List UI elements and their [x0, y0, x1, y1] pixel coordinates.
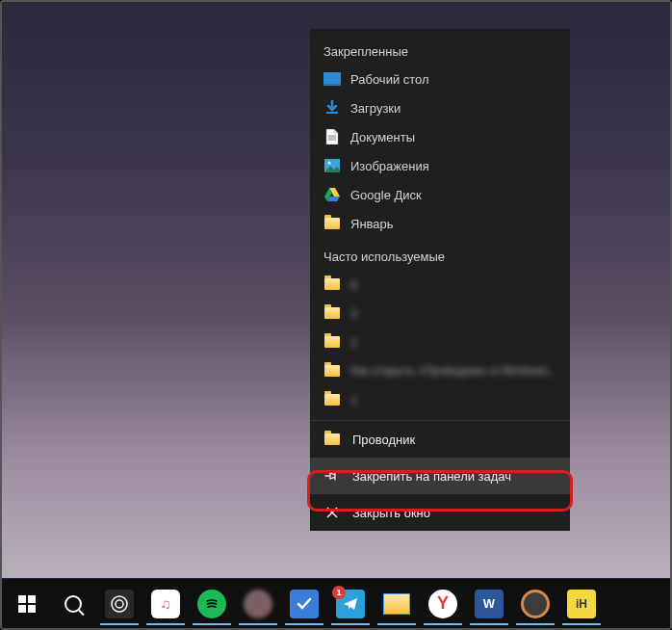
jumplist-item-label: Google Диск — [350, 188, 422, 202]
jumplist-item-label: Как открыть «Проводник» в Windows.. — [350, 364, 555, 378]
jumplist-action-label: Проводник — [352, 433, 415, 447]
jumplist-actions: Проводник Закрепить на панели задач Закр… — [310, 420, 570, 531]
jumplist-frequent-item[interactable]: 2 — [310, 328, 570, 356]
image-icon — [323, 157, 341, 174]
jumplist-item-january[interactable]: Январь — [310, 209, 570, 238]
taskbar-app-explorer[interactable] — [374, 583, 420, 625]
spotify-icon — [197, 590, 226, 618]
taskbar-app-browser[interactable] — [512, 583, 558, 625]
jumplist-item-label: 3 — [350, 306, 357, 321]
taskbar-app-pocket[interactable] — [96, 583, 142, 625]
folder-icon — [323, 431, 341, 448]
svg-rect-0 — [323, 72, 341, 84]
svg-point-9 — [116, 600, 123, 608]
jumplist-item-downloads[interactable]: Загрузки — [310, 93, 570, 122]
search-icon — [65, 595, 82, 613]
folder-icon — [323, 333, 341, 351]
svg-point-8 — [112, 596, 127, 612]
jumplist-close-window[interactable]: Закрыть окно — [310, 494, 570, 531]
explorer-icon — [382, 590, 411, 618]
folder-icon — [323, 215, 341, 232]
jumplist-frequent-item[interactable]: 6 — [310, 270, 570, 299]
pin-icon — [323, 467, 341, 485]
jumplist-item-label: 2 — [350, 335, 357, 350]
jumplist-item-label: 1 — [350, 393, 357, 407]
jumplist-item-images[interactable]: Изображения — [310, 151, 570, 180]
svg-point-7 — [328, 162, 331, 165]
taskbar-app-telegram[interactable]: 1 — [327, 583, 374, 625]
taskbar-app-yandex[interactable]: Y — [420, 583, 466, 625]
app-icon: iH — [567, 590, 596, 618]
taskbar-app-unknown[interactable] — [235, 583, 281, 625]
desktop-icon — [323, 70, 341, 88]
jumplist-item-documents[interactable]: Документы — [310, 122, 570, 151]
taskbar-app-spotify[interactable] — [189, 583, 235, 625]
folder-icon — [323, 276, 341, 293]
blurred-icon — [244, 590, 272, 618]
jumplist-item-label: 6 — [350, 277, 357, 292]
close-icon — [323, 504, 341, 521]
taskbar-app-itunes[interactable]: ♫ — [142, 583, 189, 625]
checkmark-icon — [290, 590, 319, 618]
jumplist-action-label: Закрепить на панели задач — [352, 469, 511, 484]
jumplist-item-gdrive[interactable]: Google Диск — [310, 180, 570, 209]
svg-rect-1 — [323, 84, 341, 86]
jumplist-frequent-item[interactable]: Как открыть «Проводник» в Windows.. — [310, 356, 570, 385]
itunes-icon: ♫ — [151, 590, 180, 618]
jumplist-action-label: Закрыть окно — [352, 506, 430, 520]
windows-icon — [18, 595, 36, 613]
taskbar-app-yellow[interactable]: iH — [558, 583, 605, 625]
notification-badge: 1 — [332, 586, 346, 599]
folder-icon — [323, 362, 341, 380]
svg-rect-2 — [326, 112, 338, 114]
jumplist-pin-taskbar[interactable]: Закрепить на панели задач — [310, 458, 570, 494]
download-icon — [323, 99, 341, 117]
telegram-icon: 1 — [336, 590, 365, 618]
jumplist-item-label: Документы — [350, 130, 415, 144]
frequent-section-header: Часто используемые — [310, 244, 570, 270]
taskbar-app-todo[interactable] — [281, 583, 327, 625]
jumplist-frequent-item[interactable]: 1 — [310, 385, 570, 414]
jumplist-frequent-item[interactable]: 3 — [310, 299, 570, 328]
folder-icon — [323, 304, 341, 322]
word-icon: W — [475, 590, 504, 618]
jumplist-item-label: Январь — [350, 217, 394, 231]
pinned-section-header: Закрепленные — [310, 39, 570, 65]
taskbar: ♫ 1 Y W iH — [2, 578, 670, 628]
start-button[interactable] — [4, 583, 50, 625]
folder-icon — [323, 391, 341, 408]
pocket-icon — [105, 590, 134, 618]
taskbar-app-word[interactable]: W — [466, 583, 512, 625]
jumplist-item-desktop[interactable]: Рабочий стол — [310, 65, 570, 93]
jumplist-item-label: Загрузки — [350, 101, 401, 116]
jumplist-menu: Закрепленные Рабочий стол Загрузки Докум… — [310, 29, 570, 531]
jumplist-item-label: Изображения — [350, 159, 429, 173]
jumplist-app-explorer[interactable]: Проводник — [310, 420, 570, 458]
yandex-icon: Y — [428, 590, 457, 618]
browser-icon — [521, 590, 550, 618]
search-button[interactable] — [50, 583, 96, 625]
jumplist-item-label: Рабочий стол — [350, 72, 429, 87]
document-icon — [323, 128, 341, 145]
gdrive-icon — [323, 186, 341, 203]
